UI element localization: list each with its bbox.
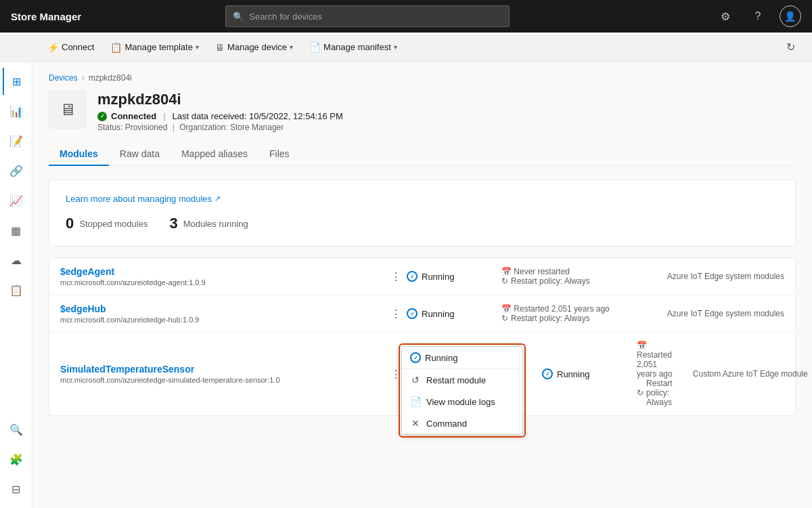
stopped-label: Stopped modules — [79, 219, 148, 229]
module-name[interactable]: $edgeHub — [60, 303, 385, 314]
stopped-count: 0 — [66, 215, 74, 232]
refresh-small-icon: ↻ — [637, 388, 644, 398]
restart-policy: ↻ Restart policy: Always — [501, 276, 649, 286]
main-content: Devices › mzpkdz804i 🖥 mzpkdz804i Connec… — [32, 62, 812, 508]
table-row: $edgeHub mcr.microsoft.com/azureiotedge-… — [49, 295, 795, 333]
table-row: $edgeAgent mcr.microsoft.com/azureiotedg… — [49, 258, 795, 295]
module-name-col: $edgeAgent mcr.microsoft.com/azureiotedg… — [60, 266, 385, 287]
sidebar: ⊞ 📊 📝 🔗 📈 ▦ ☁ 📋 🔍 🧩 ⊟ — [0, 62, 32, 508]
module-type: Azure IoT Edge system modules — [649, 309, 784, 318]
user-avatar[interactable]: 👤 — [780, 5, 801, 27]
running-status-icon — [542, 368, 553, 379]
chevron-down-icon: ▾ — [394, 43, 397, 51]
sidebar-item-cloud[interactable]: ☁ — [3, 247, 30, 274]
sidebar-item-home[interactable]: ⊞ — [3, 68, 30, 95]
manifest-icon: 📄 — [309, 42, 321, 53]
running-status-icon — [407, 308, 418, 319]
tab-files[interactable]: Files — [258, 143, 300, 166]
tabs: Modules Raw data Mapped aliases Files — [49, 143, 796, 166]
running-status-icon — [410, 352, 421, 363]
settings-icon[interactable]: ⚙ — [715, 5, 736, 27]
chevron-down-icon: ▾ — [290, 43, 293, 51]
learn-link[interactable]: Learn more about managing modules ↗ — [66, 194, 779, 204]
device-info: mzpkdz804i Connected | Last data receive… — [97, 91, 343, 132]
device-name: mzpkdz804i — [97, 91, 343, 108]
table-row: SimulatedTemperatureSensor mcr.microsoft… — [49, 333, 795, 415]
module-more-button[interactable]: ⋮ — [385, 267, 407, 286]
sidebar-item-puzzle[interactable]: 🧩 — [3, 446, 30, 473]
device-header: 🖥 mzpkdz804i Connected | Last data recei… — [49, 91, 796, 132]
sidebar-item-analytics[interactable]: 📈 — [3, 187, 30, 214]
module-url: mcr.microsoft.com/azureiotedge-agent:1.0… — [60, 278, 385, 287]
chevron-down-icon: ▾ — [196, 43, 199, 51]
connect-icon: ⚡ — [47, 42, 59, 53]
refresh-small-icon: ↻ — [501, 276, 508, 286]
breadcrumb-separator: › — [82, 73, 85, 83]
module-status-col: Running — [542, 368, 637, 379]
context-menu: Running ↺ Restart module 📄 View module l… — [401, 346, 523, 435]
sub-nav-connect[interactable]: ⚡ Connect — [41, 37, 101, 58]
module-restart-col: 📅 Never restarted ↻ Restart policy: Alwa… — [501, 267, 649, 286]
module-url: mcr.microsoft.com/azureiotedge-simulated… — [60, 376, 385, 384]
command-button[interactable]: ✕ Command — [402, 412, 522, 434]
running-label: Modules running — [183, 219, 248, 229]
calendar-icon: 📅 — [637, 341, 647, 350]
sub-nav-manage-template[interactable]: 📋 Manage template ▾ — [104, 37, 205, 58]
module-type: Azure IoT Edge system modules — [649, 272, 784, 281]
module-name-col: SimulatedTemperatureSensor mcr.microsoft… — [60, 364, 385, 384]
external-link-icon: ↗ — [215, 194, 221, 203]
view-logs-button[interactable]: 📄 View module logs — [402, 391, 522, 412]
sidebar-item-connection[interactable]: 🔗 — [3, 157, 30, 184]
module-name-col: $edgeHub mcr.microsoft.com/azureiotedge-… — [60, 303, 385, 324]
sub-nav: ⚡ Connect 📋 Manage template ▾ 🖥 Manage d… — [0, 33, 812, 62]
restart-module-button[interactable]: ↺ Restart module — [402, 369, 522, 391]
template-icon: 📋 — [110, 42, 122, 53]
search-bar[interactable]: 🔍 — [225, 5, 510, 27]
breadcrumb-parent[interactable]: Devices — [49, 73, 78, 83]
module-name[interactable]: SimulatedTemperatureSensor — [60, 364, 385, 375]
breadcrumb-current: mzpkdz804i — [89, 73, 132, 83]
device-status: Connected | Last data received: 10/5/202… — [97, 111, 343, 121]
provision-status: Status: Provisioned — [97, 123, 167, 132]
sidebar-item-chart[interactable]: 📊 — [3, 98, 30, 125]
running-status-icon — [407, 271, 418, 282]
running-modules-stat: 3 Modules running — [169, 215, 248, 232]
sidebar-item-form[interactable]: 📝 — [3, 127, 30, 154]
module-more-button[interactable]: ⋮ — [385, 304, 407, 323]
tab-raw-data[interactable]: Raw data — [109, 143, 171, 166]
calendar-icon: 📅 — [501, 267, 514, 276]
sidebar-item-table[interactable]: ⊟ — [3, 475, 30, 503]
module-restart-col: 📅 Restarted 2,051 years ago ↻ Restart po… — [637, 341, 673, 407]
restart-info: 📅 Never restarted — [501, 267, 649, 276]
search-input[interactable] — [249, 12, 502, 22]
module-restart-col: 📅 Restarted 2,051 years ago ↻ Restart po… — [501, 304, 649, 323]
tab-mapped-aliases[interactable]: Mapped aliases — [171, 143, 258, 166]
top-nav-icons: ⚙ ? 👤 — [715, 5, 801, 27]
app-title: Store Manager — [11, 11, 119, 22]
sidebar-item-search[interactable]: 🔍 — [3, 416, 30, 443]
breadcrumb: Devices › mzpkdz804i — [49, 73, 796, 83]
device-meta: Status: Provisioned | Organization: Stor… — [97, 123, 343, 132]
restart-policy: ↻ Restart policy: Always — [637, 379, 673, 407]
module-stats: 0 Stopped modules 3 Modules running — [66, 215, 779, 232]
tab-modules[interactable]: Modules — [49, 143, 109, 166]
refresh-icon[interactable]: ↻ — [780, 37, 801, 58]
sidebar-item-grid[interactable]: ▦ — [3, 217, 30, 244]
top-nav: Store Manager 🔍 ⚙ ? 👤 — [0, 0, 812, 33]
module-name[interactable]: $edgeAgent — [60, 266, 385, 277]
running-count: 3 — [169, 215, 177, 232]
layout: ⊞ 📊 📝 🔗 📈 ▦ ☁ 📋 🔍 🧩 ⊟ Devices › mzpkdz80… — [0, 62, 812, 508]
module-type: Custom Azure IoT Edge module — [673, 369, 808, 379]
refresh-small-icon: ↻ — [501, 314, 508, 323]
search-icon: 🔍 — [233, 12, 244, 22]
modules-stats-card: Learn more about managing modules ↗ 0 St… — [49, 179, 796, 247]
sidebar-item-report[interactable]: 📋 — [3, 276, 30, 303]
sub-nav-manage-manifest[interactable]: 📄 Manage manifest ▾ — [302, 37, 404, 58]
calendar-icon: 📅 — [501, 304, 514, 314]
module-status: Running — [422, 272, 454, 282]
help-icon[interactable]: ? — [747, 5, 769, 27]
restart-policy: ↻ Restart policy: Always — [501, 314, 649, 323]
module-status-col: Running — [407, 271, 501, 282]
command-icon: ✕ — [410, 418, 421, 429]
sub-nav-manage-device[interactable]: 🖥 Manage device ▾ — [208, 37, 300, 58]
